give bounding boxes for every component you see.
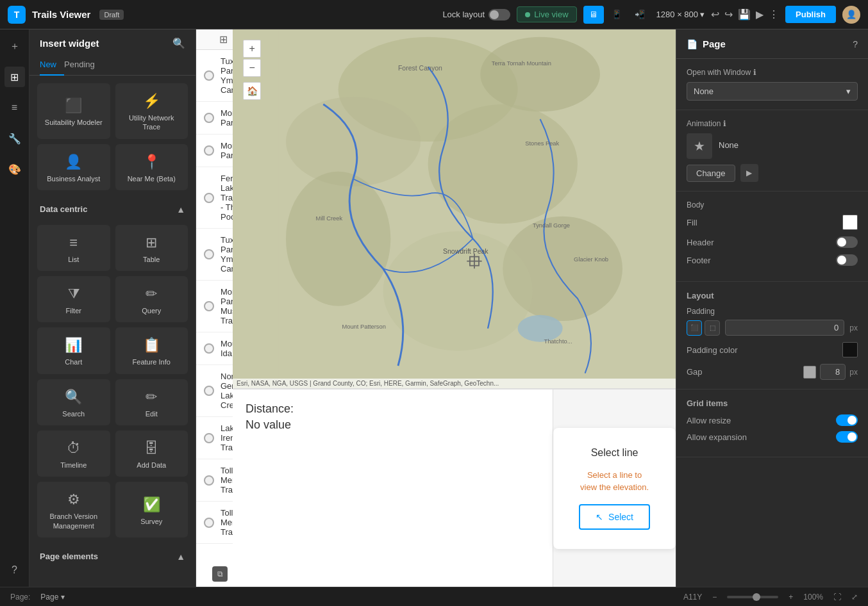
zoom-out-button[interactable]: − — [243, 59, 261, 77]
header-toggle[interactable] — [836, 236, 858, 248]
animation-change-button[interactable]: Change — [687, 165, 735, 182]
more-icon[interactable]: ⋮ — [769, 8, 779, 20]
widget-timeline[interactable]: ⏱ Timeline — [37, 430, 110, 477]
page-elements-collapse[interactable]: ▲ — [176, 552, 185, 562]
right-panel-header: 📄 Page ? — [676, 29, 868, 59]
widget-utility-network-trace[interactable]: ⚡ Utility Network Trace — [115, 83, 188, 139]
trail-list-item[interactable]: North Gem Lake/Cow Creek — [196, 365, 233, 417]
widget-edit[interactable]: ✏ Edit — [115, 379, 188, 425]
widget-query[interactable]: ✏ Query — [115, 276, 188, 322]
trail-list-item[interactable]: Mount Ida — [196, 332, 233, 365]
widget-near-me[interactable]: 📍 Near Me (Beta) — [115, 144, 188, 190]
open-with-window-select[interactable]: None ▾ — [687, 82, 858, 101]
icon-bar-tools[interactable]: 🔧 — [4, 128, 25, 149]
icon-bar-add[interactable]: ＋ — [4, 36, 25, 56]
animation-play-button[interactable]: ▶ — [740, 164, 758, 182]
trail-list-item[interactable]: Tuxedo Park - Ymca Camp — [196, 50, 233, 102]
trail-list-item[interactable]: Tuxedo Park - Ymca Camp — [196, 229, 233, 281]
trail-list-item[interactable]: Lake Irene Trail — [196, 417, 233, 459]
survey-label: Survey — [140, 517, 162, 526]
search-icon[interactable]: 🔍 — [172, 37, 185, 49]
footer-toggle[interactable] — [836, 254, 858, 266]
save-icon[interactable]: 💾 — [738, 8, 751, 20]
padding-value-input[interactable] — [725, 320, 844, 336]
trail-list-item[interactable]: Moraine Park — [196, 135, 233, 167]
tablet-view-button[interactable]: 📱 — [606, 6, 627, 24]
branch-version-icon: ⚙ — [67, 491, 80, 508]
play-icon[interactable]: ▶ — [756, 8, 764, 20]
widget-business-analyst[interactable]: 👤 Business Analyst — [37, 144, 110, 190]
widget-suitability-modeler[interactable]: ⬛ Suitability Modeler — [37, 83, 110, 139]
feature-info-icon: 📋 — [143, 337, 160, 354]
help-icon[interactable]: ? — [853, 39, 858, 49]
fill-color-swatch[interactable] — [842, 215, 858, 230]
full-screen-icon[interactable]: ⤢ — [851, 593, 858, 602]
footer-label: Footer — [687, 256, 711, 265]
mobile-view-button[interactable]: 📲 — [630, 6, 650, 24]
fit-screen-icon[interactable]: ⛶ — [833, 593, 841, 602]
home-button[interactable]: 🏠 — [243, 82, 261, 100]
tab-new[interactable]: New — [40, 54, 64, 76]
lock-layout[interactable]: Lock layout — [442, 9, 510, 20]
zoom-in-button[interactable]: + — [243, 40, 261, 58]
desktop-view-button[interactable]: 🖥 — [583, 6, 604, 24]
select-line-button[interactable]: ↖ Select — [579, 504, 650, 530]
data-centric-collapse[interactable]: ▲ — [176, 204, 185, 215]
trail-list-item[interactable]: Moraine Park Museum Trails — [196, 281, 233, 332]
allow-resize-toggle[interactable] — [836, 414, 858, 426]
undo-icon[interactable]: ↩ — [711, 8, 719, 20]
zoom-slider[interactable] — [727, 596, 778, 598]
copy-icon[interactable]: ⧉ — [212, 566, 228, 582]
page-name-value[interactable]: Page ▾ — [40, 593, 64, 602]
widget-filter[interactable]: ⧩ Filter — [37, 276, 110, 322]
trail-name: Moraine Park — [221, 141, 233, 160]
lock-toggle[interactable] — [488, 9, 510, 20]
distance-value: No value — [246, 418, 540, 432]
grid-view-icon[interactable]: ⊞ — [219, 33, 228, 45]
footer-row: Footer — [687, 254, 858, 266]
widget-add-data[interactable]: 🗄 Add Data — [115, 430, 188, 477]
tab-pending[interactable]: Pending — [64, 54, 103, 76]
animation-info-icon[interactable]: ℹ — [723, 119, 726, 128]
widget-branch-version[interactable]: ⚙ Branch Version Management — [37, 482, 110, 537]
padding-label: Padding — [687, 307, 715, 316]
trail-list-item[interactable]: Moraine Park — [196, 102, 233, 135]
redo-icon[interactable]: ↪ — [724, 8, 733, 20]
trail-list-item[interactable]: Toll Memorial Trail — [196, 502, 233, 544]
icon-bar-style[interactable]: 🎨 — [4, 159, 25, 179]
padding-color-swatch[interactable] — [842, 342, 858, 357]
icon-bar-widgets[interactable]: ⊞ — [4, 67, 25, 87]
live-view-button[interactable]: Live view — [517, 6, 576, 22]
svg-text:Forest Canyon: Forest Canyon — [398, 64, 442, 72]
map-area[interactable]: Forest Canyon Terra Tornah Mountain Ston… — [233, 29, 676, 388]
zoom-minus-icon[interactable]: − — [712, 593, 717, 602]
animation-name: None — [719, 140, 858, 150]
resolution-selector[interactable]: 1280 × 800 ▾ — [656, 10, 705, 19]
gap-value-input[interactable] — [820, 364, 846, 380]
trail-dot — [204, 145, 214, 156]
trail-list-item[interactable]: Fern Lake Trailhead - The Pool — [196, 167, 233, 229]
widget-chart[interactable]: 📊 Chart — [37, 327, 110, 373]
padding-all-icon[interactable]: ⬛ — [687, 320, 702, 336]
widget-feature-info[interactable]: 📋 Feature Info — [115, 327, 188, 373]
fill-label: Fill — [687, 218, 697, 227]
svg-point-3 — [286, 97, 421, 186]
add-data-icon: 🗄 — [144, 440, 158, 457]
map-zoom-controls[interactable]: + − 🏠 — [243, 40, 261, 100]
zoom-plus-icon[interactable]: + — [789, 593, 793, 602]
widget-list[interactable]: ≡ List — [37, 225, 110, 271]
gap-row: Gap px — [687, 364, 858, 380]
icon-bar-layers[interactable]: ≡ — [4, 97, 25, 118]
icon-bar-help[interactable]: ? — [4, 560, 25, 580]
publish-button[interactable]: Publish — [785, 6, 836, 23]
gap-color-swatch[interactable] — [803, 366, 816, 379]
allow-expansion-toggle[interactable] — [836, 431, 858, 443]
padding-separate-icon[interactable]: ⬚ — [705, 320, 720, 336]
widget-table[interactable]: ⊞ Table — [115, 225, 188, 271]
user-avatar[interactable]: 👤 — [842, 6, 860, 24]
open-with-window-info-icon[interactable]: ℹ — [753, 68, 756, 77]
widget-search[interactable]: 🔍 Search — [37, 379, 110, 425]
trail-list-item[interactable]: Toll Memorial Trail — [196, 459, 233, 502]
widget-survey[interactable]: ✅ Survey — [115, 482, 188, 537]
view-buttons: 🖥 📱 📲 — [583, 6, 650, 24]
